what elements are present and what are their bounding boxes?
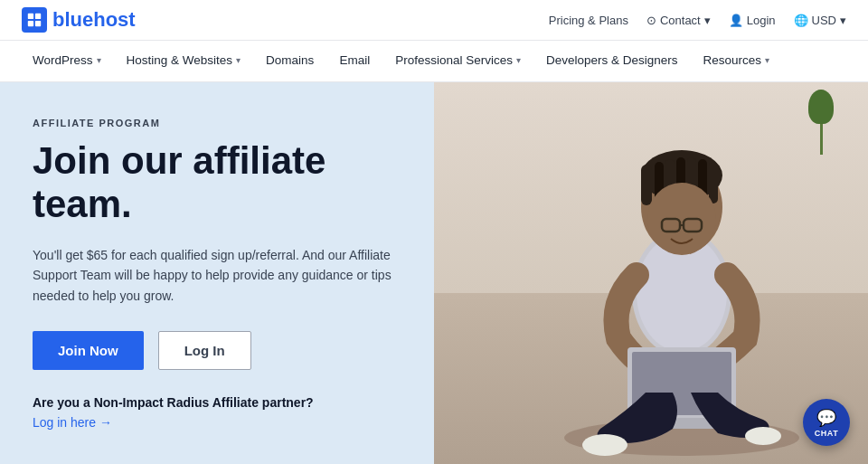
- nav-item-professional-services[interactable]: Professional Services ▾: [384, 41, 532, 81]
- flag-icon: 🌐: [794, 14, 808, 27]
- svg-point-25: [745, 427, 781, 445]
- hosting-chevron-icon: ▾: [236, 55, 241, 65]
- contact-link[interactable]: ⊙ Contact ▾: [646, 14, 711, 27]
- contact-icon: ⊙: [646, 14, 656, 27]
- hero-title: Join our affiliate team.: [33, 139, 401, 227]
- affiliate-login-link[interactable]: Log in here →: [33, 415, 401, 430]
- nav-item-developers[interactable]: Developers & Designers: [535, 41, 689, 81]
- contact-chevron-icon: ▾: [704, 14, 711, 27]
- nav-item-resources[interactable]: Resources ▾: [693, 41, 781, 81]
- nav-item-domains[interactable]: Domains: [255, 41, 325, 81]
- person-illustration: [528, 85, 835, 464]
- log-in-button[interactable]: Log In: [158, 331, 251, 370]
- nav-item-email[interactable]: Email: [328, 41, 381, 81]
- logo-icon: [22, 7, 47, 33]
- resources-chevron-icon: ▾: [765, 55, 769, 65]
- hero-right-panel: [434, 82, 868, 464]
- logo[interactable]: bluehost: [22, 7, 136, 33]
- chat-label: CHAT: [815, 429, 838, 438]
- main-nav: WordPress ▾ Hosting & Websites ▾ Domains…: [0, 41, 868, 82]
- svg-rect-13: [641, 165, 652, 205]
- currency-chevron-icon: ▾: [840, 14, 846, 27]
- pricing-plans-link[interactable]: Pricing & Plans: [549, 14, 628, 27]
- plant-leaves: [808, 90, 834, 124]
- svg-rect-1: [35, 14, 41, 19]
- svg-point-24: [582, 434, 627, 456]
- nav-item-wordpress[interactable]: WordPress ▾: [22, 41, 112, 81]
- hero-description: You'll get $65 for each qualified sign u…: [33, 245, 401, 306]
- top-right-links: Pricing & Plans ⊙ Contact ▾ 👤 Login 🌐 US…: [549, 14, 846, 27]
- prof-services-chevron-icon: ▾: [516, 55, 521, 65]
- hero-section: AFFILIATE PROGRAM Join our affiliate tea…: [0, 82, 868, 464]
- svg-rect-3: [35, 21, 41, 26]
- currency-selector[interactable]: 🌐 USD ▾: [794, 14, 846, 27]
- top-bar: bluehost Pricing & Plans ⊙ Contact ▾ 👤 L…: [0, 0, 868, 41]
- join-now-button[interactable]: Join Now: [33, 331, 144, 370]
- chat-icon: 💬: [816, 408, 837, 428]
- hero-left-panel: AFFILIATE PROGRAM Join our affiliate tea…: [0, 82, 434, 464]
- affiliate-question-text: Are you a Non-Impact Radius Affiliate pa…: [33, 395, 401, 410]
- user-icon: 👤: [729, 14, 743, 27]
- affiliate-program-label: AFFILIATE PROGRAM: [33, 118, 401, 128]
- wordpress-chevron-icon: ▾: [97, 55, 101, 65]
- login-link[interactable]: 👤 Login: [729, 14, 776, 27]
- hero-button-group: Join Now Log In: [33, 331, 401, 370]
- nav-item-hosting[interactable]: Hosting & Websites ▾: [116, 41, 252, 81]
- chat-button[interactable]: 💬 CHAT: [803, 399, 850, 446]
- logo-text: bluehost: [52, 8, 136, 32]
- svg-rect-0: [28, 14, 33, 19]
- svg-rect-2: [28, 21, 33, 26]
- svg-rect-19: [709, 162, 718, 204]
